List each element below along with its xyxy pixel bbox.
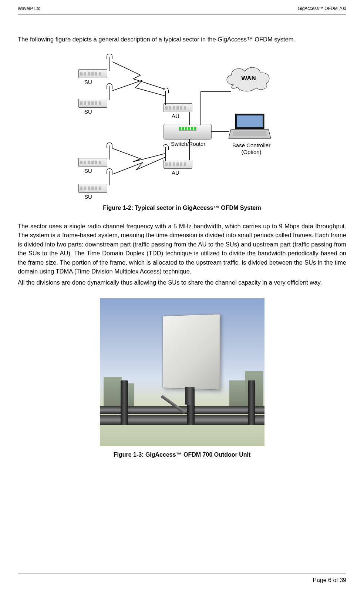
page-container: WaveIP Ltd. GigAccess™ OFDM 700 The foll…	[0, 0, 364, 591]
wan-cloud-icon: WAN	[223, 64, 274, 92]
su-label-3: SU	[84, 168, 92, 174]
lightning-icon	[111, 60, 166, 100]
body-paragraph-1: The sector uses a single radio channel f…	[18, 222, 346, 276]
lightning-icon	[111, 146, 166, 187]
connector-line	[200, 91, 231, 92]
header-left: WaveIP Ltd.	[18, 6, 42, 11]
figure-1-3-wrap: Figure 1-3: GigAccess™ OFDM 700 Outdoor …	[18, 298, 346, 458]
connector-line	[189, 139, 196, 162]
su-label-1: SU	[84, 79, 92, 85]
su-device-3	[78, 158, 107, 167]
body-paragraph-2: All the divisions are done dynamically t…	[18, 278, 346, 287]
page-number: Page 6 of 39	[313, 577, 346, 583]
intro-paragraph: The following figure depicts a general d…	[18, 35, 346, 44]
post-shape	[248, 380, 255, 425]
page-header: WaveIP Ltd. GigAccess™ OFDM 700	[18, 6, 346, 14]
building-shape	[229, 380, 246, 406]
outdoor-unit-photo	[100, 298, 264, 446]
figure-1-3-caption: Figure 1-3: GigAccess™ OFDM 700 Outdoor …	[18, 451, 346, 458]
su-device-4	[78, 184, 107, 193]
page-footer: Page 6 of 39	[18, 574, 346, 584]
connector-line	[211, 131, 229, 132]
outdoor-unit-shape	[162, 314, 220, 390]
figure-1-2-caption: Figure 1-2: Typical sector in GigAccess™…	[18, 205, 346, 211]
sector-diagram: SU SU AU Switch/Router SU S	[78, 54, 286, 199]
au-label-1: AU	[172, 113, 179, 119]
connector-line	[189, 139, 190, 160]
building-shape	[104, 377, 122, 406]
base-controller-label: Base Controller (Option)	[228, 142, 274, 155]
wan-label: WAN	[241, 75, 256, 82]
switch-router-label: Switch/Router	[171, 141, 205, 147]
post-shape	[121, 380, 128, 425]
connector-line	[200, 91, 201, 125]
su-label-4: SU	[84, 194, 92, 200]
header-right: GigAccess™ OFDM 700	[298, 6, 346, 11]
au-label-2: AU	[172, 169, 179, 176]
figure-1-2-wrap: SU SU AU Switch/Router SU S	[18, 54, 346, 211]
switch-router-device	[164, 124, 212, 140]
connector-line	[189, 112, 190, 125]
laptop-icon	[227, 112, 272, 141]
su-label-2: SU	[84, 108, 92, 115]
su-device-1	[78, 69, 107, 78]
su-device-2	[78, 99, 107, 108]
